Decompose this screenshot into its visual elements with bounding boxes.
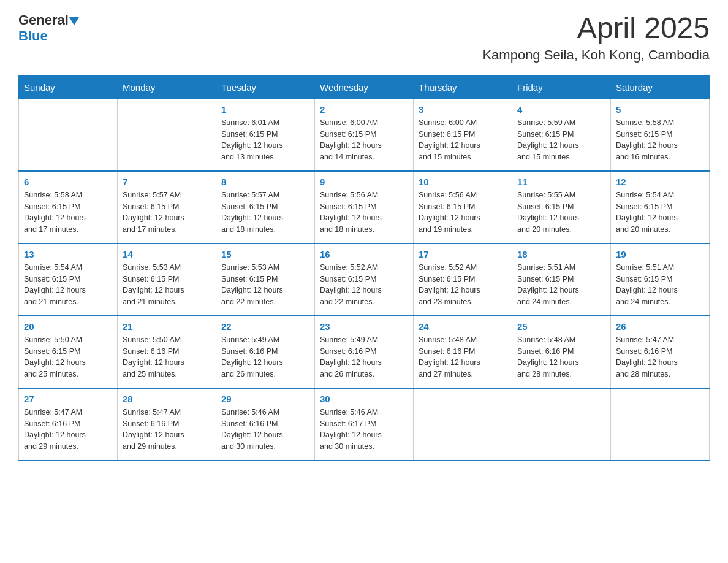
day-number: 14: [123, 249, 211, 259]
day-info: Sunrise: 5:54 AM Sunset: 6:15 PM Dayligh…: [24, 262, 112, 308]
day-info: Sunrise: 5:58 AM Sunset: 6:15 PM Dayligh…: [24, 190, 112, 236]
day-info: Sunrise: 5:49 AM Sunset: 6:16 PM Dayligh…: [320, 334, 408, 380]
calendar-cell: 17Sunrise: 5:52 AM Sunset: 6:15 PM Dayli…: [414, 243, 512, 316]
day-info: Sunrise: 5:55 AM Sunset: 6:15 PM Dayligh…: [517, 190, 605, 236]
day-number: 9: [320, 177, 408, 187]
calendar-cell: 20Sunrise: 5:50 AM Sunset: 6:15 PM Dayli…: [19, 316, 118, 388]
day-number: 28: [123, 394, 211, 404]
title-area: April 2025 Kampong Seila, Koh Kong, Camb…: [482, 12, 710, 63]
day-number: 26: [616, 321, 704, 332]
day-number: 2: [320, 104, 408, 115]
day-info: Sunrise: 5:56 AM Sunset: 6:15 PM Dayligh…: [419, 190, 507, 236]
day-number: 17: [419, 249, 507, 259]
calendar-cell: 10Sunrise: 5:56 AM Sunset: 6:15 PM Dayli…: [414, 171, 512, 243]
day-number: 8: [221, 177, 309, 187]
day-number: 12: [616, 177, 704, 187]
weekday-header-friday: Friday: [512, 75, 611, 99]
day-number: 25: [517, 321, 605, 332]
calendar-cell: 1Sunrise: 6:01 AM Sunset: 6:15 PM Daylig…: [216, 99, 315, 171]
calendar-table: SundayMondayTuesdayWednesdayThursdayFrid…: [18, 75, 710, 461]
calendar-cell: 13Sunrise: 5:54 AM Sunset: 6:15 PM Dayli…: [19, 243, 118, 316]
day-number: 24: [419, 321, 507, 332]
day-number: 1: [221, 104, 309, 115]
weekday-header-wednesday: Wednesday: [315, 75, 414, 99]
day-info: Sunrise: 5:50 AM Sunset: 6:15 PM Dayligh…: [24, 334, 112, 380]
day-info: Sunrise: 6:00 AM Sunset: 6:15 PM Dayligh…: [320, 117, 408, 163]
calendar-cell: [414, 388, 512, 461]
day-number: 3: [419, 104, 507, 115]
calendar-cell: 14Sunrise: 5:53 AM Sunset: 6:15 PM Dayli…: [118, 243, 216, 316]
calendar-cell: 28Sunrise: 5:47 AM Sunset: 6:16 PM Dayli…: [118, 388, 216, 461]
calendar-week-1: 1Sunrise: 6:01 AM Sunset: 6:15 PM Daylig…: [19, 99, 710, 171]
day-info: Sunrise: 5:52 AM Sunset: 6:15 PM Dayligh…: [320, 262, 408, 308]
day-info: Sunrise: 5:53 AM Sunset: 6:15 PM Dayligh…: [221, 262, 309, 308]
weekday-header-saturday: Saturday: [611, 75, 710, 99]
calendar-cell: 22Sunrise: 5:49 AM Sunset: 6:16 PM Dayli…: [216, 316, 315, 388]
day-number: 23: [320, 321, 408, 332]
day-info: Sunrise: 5:48 AM Sunset: 6:16 PM Dayligh…: [517, 334, 605, 380]
page-header: General Blue April 2025 Kampong Seila, K…: [18, 12, 710, 63]
calendar-cell: 15Sunrise: 5:53 AM Sunset: 6:15 PM Dayli…: [216, 243, 315, 316]
day-info: Sunrise: 6:01 AM Sunset: 6:15 PM Dayligh…: [221, 117, 309, 163]
day-info: Sunrise: 5:59 AM Sunset: 6:15 PM Dayligh…: [517, 117, 605, 163]
calendar-cell: 19Sunrise: 5:51 AM Sunset: 6:15 PM Dayli…: [611, 243, 710, 316]
day-info: Sunrise: 5:51 AM Sunset: 6:15 PM Dayligh…: [517, 262, 605, 308]
calendar-week-4: 20Sunrise: 5:50 AM Sunset: 6:15 PM Dayli…: [19, 316, 710, 388]
logo: General Blue: [18, 12, 79, 44]
month-title: April 2025: [482, 12, 710, 45]
weekday-header-sunday: Sunday: [19, 75, 118, 99]
day-info: Sunrise: 5:46 AM Sunset: 6:17 PM Dayligh…: [320, 407, 408, 453]
day-info: Sunrise: 5:57 AM Sunset: 6:15 PM Dayligh…: [221, 190, 309, 236]
day-info: Sunrise: 5:57 AM Sunset: 6:15 PM Dayligh…: [123, 190, 211, 236]
calendar-cell: 24Sunrise: 5:48 AM Sunset: 6:16 PM Dayli…: [414, 316, 512, 388]
calendar-cell: 23Sunrise: 5:49 AM Sunset: 6:16 PM Dayli…: [315, 316, 414, 388]
calendar-cell: 9Sunrise: 5:56 AM Sunset: 6:15 PM Daylig…: [315, 171, 414, 243]
logo-triangle-icon: [69, 17, 79, 25]
day-info: Sunrise: 5:58 AM Sunset: 6:15 PM Dayligh…: [616, 117, 704, 163]
day-info: Sunrise: 5:54 AM Sunset: 6:15 PM Dayligh…: [616, 190, 704, 236]
day-number: 7: [123, 177, 211, 187]
calendar-cell: 4Sunrise: 5:59 AM Sunset: 6:15 PM Daylig…: [512, 99, 611, 171]
day-info: Sunrise: 5:56 AM Sunset: 6:15 PM Dayligh…: [320, 190, 408, 236]
day-number: 13: [24, 249, 112, 259]
logo-blue: Blue: [18, 28, 79, 44]
calendar-cell: 25Sunrise: 5:48 AM Sunset: 6:16 PM Dayli…: [512, 316, 611, 388]
day-number: 29: [221, 394, 309, 404]
calendar-cell: 7Sunrise: 5:57 AM Sunset: 6:15 PM Daylig…: [118, 171, 216, 243]
day-info: Sunrise: 5:47 AM Sunset: 6:16 PM Dayligh…: [123, 407, 211, 453]
calendar-cell: 6Sunrise: 5:58 AM Sunset: 6:15 PM Daylig…: [19, 171, 118, 243]
day-info: Sunrise: 6:00 AM Sunset: 6:15 PM Dayligh…: [419, 117, 507, 163]
day-number: 20: [24, 321, 112, 332]
day-number: 18: [517, 249, 605, 259]
day-info: Sunrise: 5:47 AM Sunset: 6:16 PM Dayligh…: [616, 334, 704, 380]
calendar-cell: 12Sunrise: 5:54 AM Sunset: 6:15 PM Dayli…: [611, 171, 710, 243]
calendar-cell: [19, 99, 118, 171]
calendar-cell: 16Sunrise: 5:52 AM Sunset: 6:15 PM Dayli…: [315, 243, 414, 316]
logo-general: General: [18, 12, 69, 28]
location-title: Kampong Seila, Koh Kong, Cambodia: [482, 47, 710, 63]
day-number: 30: [320, 394, 408, 404]
calendar-week-5: 27Sunrise: 5:47 AM Sunset: 6:16 PM Dayli…: [19, 388, 710, 461]
calendar-cell: 27Sunrise: 5:47 AM Sunset: 6:16 PM Dayli…: [19, 388, 118, 461]
weekday-header-thursday: Thursday: [414, 75, 512, 99]
day-info: Sunrise: 5:52 AM Sunset: 6:15 PM Dayligh…: [419, 262, 507, 308]
calendar-week-2: 6Sunrise: 5:58 AM Sunset: 6:15 PM Daylig…: [19, 171, 710, 243]
day-number: 5: [616, 104, 704, 115]
day-number: 19: [616, 249, 704, 259]
calendar-cell: [512, 388, 611, 461]
calendar-cell: 11Sunrise: 5:55 AM Sunset: 6:15 PM Dayli…: [512, 171, 611, 243]
day-number: 27: [24, 394, 112, 404]
day-number: 11: [517, 177, 605, 187]
calendar-cell: 18Sunrise: 5:51 AM Sunset: 6:15 PM Dayli…: [512, 243, 611, 316]
day-number: 22: [221, 321, 309, 332]
day-info: Sunrise: 5:51 AM Sunset: 6:15 PM Dayligh…: [616, 262, 704, 308]
day-info: Sunrise: 5:49 AM Sunset: 6:16 PM Dayligh…: [221, 334, 309, 380]
day-number: 4: [517, 104, 605, 115]
day-number: 16: [320, 249, 408, 259]
day-info: Sunrise: 5:50 AM Sunset: 6:16 PM Dayligh…: [123, 334, 211, 380]
day-number: 15: [221, 249, 309, 259]
day-info: Sunrise: 5:47 AM Sunset: 6:16 PM Dayligh…: [24, 407, 112, 453]
day-number: 6: [24, 177, 112, 187]
day-info: Sunrise: 5:46 AM Sunset: 6:16 PM Dayligh…: [221, 407, 309, 453]
calendar-cell: 26Sunrise: 5:47 AM Sunset: 6:16 PM Dayli…: [611, 316, 710, 388]
